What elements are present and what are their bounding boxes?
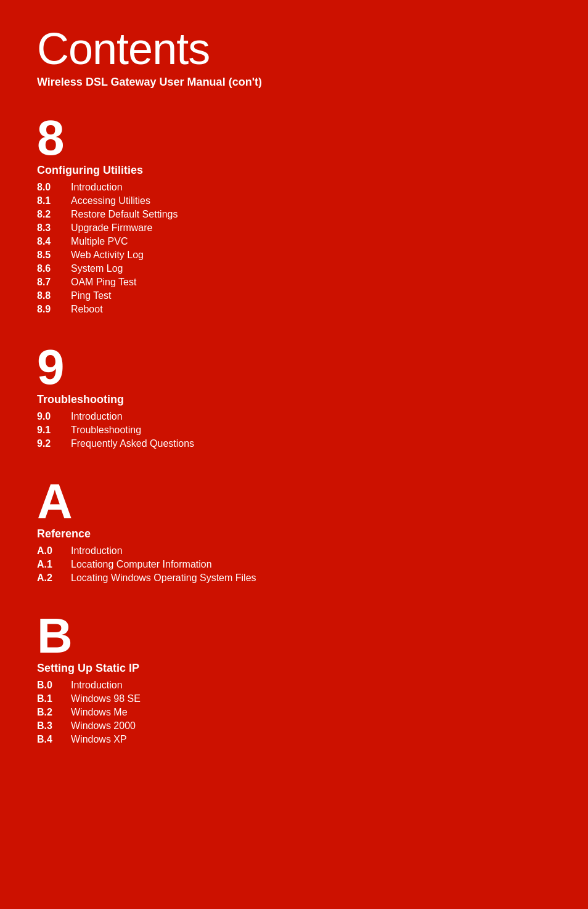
toc-label: OAM Ping Test	[71, 277, 136, 288]
toc-label: System Log	[71, 263, 123, 274]
toc-label: Locationg Computer Information	[71, 559, 212, 570]
chapter-title-a: Reference	[37, 528, 551, 540]
toc-item: 9.2Frequently Asked Questions	[37, 438, 551, 449]
chapter-title-b: Setting Up Static IP	[37, 662, 551, 675]
toc-item: 8.6System Log	[37, 263, 551, 274]
toc-number: 8.0	[37, 182, 71, 193]
page-title: Contents	[37, 25, 551, 73]
toc-number: 9.2	[37, 438, 71, 449]
toc-number: 8.7	[37, 277, 71, 288]
toc-label: Introduction	[71, 545, 123, 556]
toc-item: 8.9Reboot	[37, 304, 551, 315]
toc-number: 8.3	[37, 222, 71, 234]
toc-item: 8.1Accessing Utilities	[37, 195, 551, 206]
toc-item: 8.8Ping Test	[37, 290, 551, 301]
chapter-section-a: AReferenceA.0IntroductionA.1Locationg Co…	[37, 477, 551, 584]
toc-label: Accessing Utilities	[71, 195, 150, 206]
toc-number: 8.9	[37, 304, 71, 315]
toc-item: 9.1Troubleshooting	[37, 425, 551, 436]
toc-number: 9.0	[37, 411, 71, 422]
toc-number: 8.6	[37, 263, 71, 274]
toc-number: 8.1	[37, 195, 71, 206]
toc-label: Restore Default Settings	[71, 209, 178, 220]
toc-number: 8.8	[37, 290, 71, 301]
toc-item: B.3Windows 2000	[37, 720, 551, 732]
toc-label: Multiple PVC	[71, 236, 128, 247]
chapter-number-8: 8	[37, 113, 551, 163]
chapter-section-8: 8Configuring Utilities8.0Introduction8.1…	[37, 113, 551, 315]
toc-number: 9.1	[37, 425, 71, 436]
toc-label: Ping Test	[71, 290, 112, 301]
toc-number: 8.4	[37, 236, 71, 247]
chapter-section-b: BSetting Up Static IPB.0IntroductionB.1W…	[37, 611, 551, 745]
toc-label: Frequently Asked Questions	[71, 438, 194, 449]
toc-number: B.0	[37, 680, 71, 691]
toc-item: 9.0Introduction	[37, 411, 551, 422]
toc-label: Windows Me	[71, 707, 128, 718]
chapter-section-9: 9Troubleshooting9.0Introduction9.1Troubl…	[37, 343, 551, 449]
chapter-title-8: Configuring Utilities	[37, 164, 551, 177]
toc-item: 8.5Web Activity Log	[37, 250, 551, 261]
chapter-number-9: 9	[37, 343, 551, 392]
toc-item: B.1Windows 98 SE	[37, 693, 551, 704]
toc-number: B.3	[37, 720, 71, 732]
toc-number: B.2	[37, 707, 71, 718]
chapter-number-b: B	[37, 611, 551, 661]
chapters-container: 8Configuring Utilities8.0Introduction8.1…	[37, 113, 551, 745]
chapter-title-9: Troubleshooting	[37, 393, 551, 406]
toc-label: Locating Windows Operating System Files	[71, 573, 256, 584]
toc-label: Troubleshooting	[71, 425, 141, 436]
toc-item: 8.7OAM Ping Test	[37, 277, 551, 288]
toc-item: A.0Introduction	[37, 545, 551, 556]
toc-number: A.1	[37, 559, 71, 570]
toc-label: Introduction	[71, 182, 123, 193]
page-container: Contents Wireless DSL Gateway User Manua…	[0, 0, 588, 909]
toc-label: Windows XP	[71, 734, 127, 745]
toc-label: Upgrade Firmware	[71, 222, 152, 234]
toc-item: B.4Windows XP	[37, 734, 551, 745]
toc-label: Windows 98 SE	[71, 693, 141, 704]
chapter-number-a: A	[37, 477, 551, 526]
toc-number: B.4	[37, 734, 71, 745]
toc-item: B.0Introduction	[37, 680, 551, 691]
toc-item: 8.4Multiple PVC	[37, 236, 551, 247]
toc-label: Windows 2000	[71, 720, 136, 732]
toc-label: Introduction	[71, 411, 123, 422]
toc-number: 8.5	[37, 250, 71, 261]
toc-item: 8.0Introduction	[37, 182, 551, 193]
toc-item: 8.2Restore Default Settings	[37, 209, 551, 220]
page-subtitle: Wireless DSL Gateway User Manual (con't)	[37, 76, 551, 89]
toc-label: Reboot	[71, 304, 103, 315]
toc-item: 8.3Upgrade Firmware	[37, 222, 551, 234]
toc-number: B.1	[37, 693, 71, 704]
toc-number: 8.2	[37, 209, 71, 220]
toc-number: A.2	[37, 573, 71, 584]
toc-label: Web Activity Log	[71, 250, 144, 261]
toc-label: Introduction	[71, 680, 123, 691]
toc-item: A.2Locating Windows Operating System Fil…	[37, 573, 551, 584]
toc-item: A.1Locationg Computer Information	[37, 559, 551, 570]
toc-number: A.0	[37, 545, 71, 556]
toc-item: B.2Windows Me	[37, 707, 551, 718]
header-section: Contents Wireless DSL Gateway User Manua…	[37, 25, 551, 89]
